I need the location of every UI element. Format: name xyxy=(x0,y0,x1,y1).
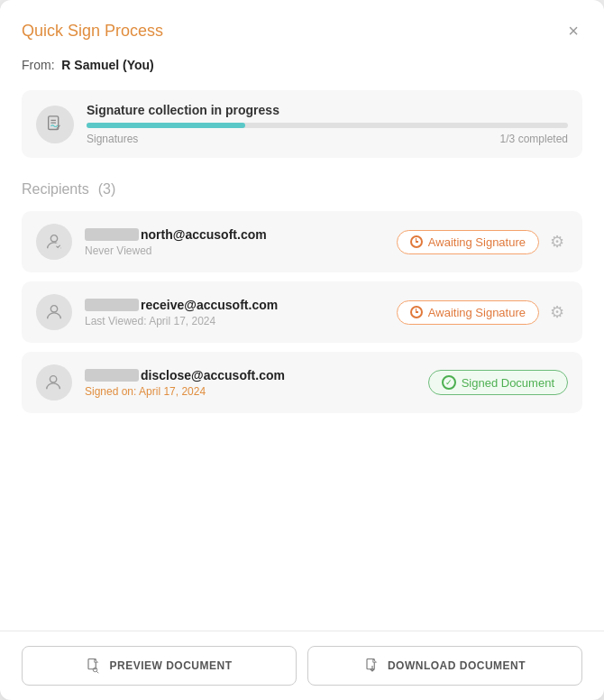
modal-title: Quick Sign Process xyxy=(22,22,163,41)
progress-bar-label: Signatures xyxy=(87,133,138,145)
recipient-email-row: receive@accusoft.com xyxy=(85,298,384,312)
recipients-list: north@accusoft.com Never Viewed Awaiting… xyxy=(22,211,582,413)
recipient-sub-signed: Signed on: April 17, 2024 xyxy=(85,385,416,398)
close-button[interactable]: × xyxy=(564,18,582,43)
recipients-count: (3) xyxy=(98,181,116,197)
progress-meta: Signatures 1/3 completed xyxy=(87,133,568,145)
gear-button[interactable]: ⚙ xyxy=(546,230,568,253)
doc-sign-icon xyxy=(45,115,65,134)
svg-point-4 xyxy=(50,235,57,242)
recipient-sub: Never Viewed xyxy=(85,244,384,257)
recipient-email-row: north@accusoft.com xyxy=(85,227,384,242)
recipient-card: north@accusoft.com Never Viewed Awaiting… xyxy=(22,211,582,272)
recipient-actions: Awaiting Signature ⚙ xyxy=(397,300,568,325)
download-document-button[interactable]: DOWNLOAD DOCUMENT xyxy=(307,646,582,686)
recipient-email-row: disclose@accusoft.com xyxy=(85,368,416,382)
svg-point-5 xyxy=(55,243,61,249)
recipient-info: disclose@accusoft.com Signed on: April 1… xyxy=(85,368,416,398)
user-check-icon xyxy=(44,373,64,392)
svg-point-7 xyxy=(50,376,56,382)
progress-content: Signature collection in progress Signatu… xyxy=(87,103,568,145)
from-name: R Samuel (You) xyxy=(61,58,153,72)
recipient-avatar xyxy=(36,294,72,330)
svg-point-9 xyxy=(94,668,98,672)
recipient-email: receive@accusoft.com xyxy=(141,298,278,312)
recipient-sub: Last Viewed: April 17, 2024 xyxy=(85,315,384,327)
signature-collect-icon xyxy=(36,106,74,143)
title-suffix: Process xyxy=(100,22,163,40)
progress-bar-fill xyxy=(87,123,245,128)
progress-completed-text: 1/3 completed xyxy=(500,133,568,145)
recipient-email: north@accusoft.com xyxy=(141,227,267,242)
title-highlight: Sign xyxy=(68,22,100,40)
progress-bar-wrap xyxy=(87,123,568,128)
user-icon xyxy=(44,232,64,252)
recipient-avatar xyxy=(36,224,72,260)
clock-icon xyxy=(410,235,423,248)
email-blur xyxy=(85,299,139,311)
gear-button[interactable]: ⚙ xyxy=(546,300,568,324)
check-circle-icon xyxy=(442,375,456,390)
preview-icon xyxy=(86,658,102,674)
recipient-card: receive@accusoft.com Last Viewed: April … xyxy=(22,281,582,343)
user-icon xyxy=(44,302,64,322)
recipients-section-title: Recipients (3) xyxy=(22,180,582,198)
recipient-card: disclose@accusoft.com Signed on: April 1… xyxy=(22,352,582,413)
email-blur xyxy=(85,228,139,241)
modal-footer: PREVIEW DOCUMENT DOWNLOAD DOCUMENT xyxy=(0,631,604,700)
recipient-email: disclose@accusoft.com xyxy=(141,368,285,382)
download-label: DOWNLOAD DOCUMENT xyxy=(388,659,526,672)
download-icon xyxy=(364,658,380,674)
email-blur xyxy=(85,369,139,382)
progress-title: Signature collection in progress xyxy=(87,103,568,117)
from-label: From: xyxy=(22,58,55,72)
recipient-info: north@accusoft.com Never Viewed xyxy=(85,227,384,257)
from-row: From: R Samuel (You) xyxy=(22,58,582,72)
clock-icon xyxy=(410,306,423,318)
modal-header: Quick Sign Process × xyxy=(0,0,604,58)
modal-body: From: R Samuel (You) Signature collectio… xyxy=(0,58,604,631)
recipient-actions: Awaiting Signature ⚙ xyxy=(397,230,568,254)
progress-section: Signature collection in progress Signatu… xyxy=(22,90,582,158)
preview-document-button[interactable]: PREVIEW DOCUMENT xyxy=(22,646,297,686)
recipient-avatar xyxy=(36,364,72,401)
recipient-actions: Signed Document xyxy=(428,370,568,395)
svg-point-6 xyxy=(50,306,57,312)
preview-label: PREVIEW DOCUMENT xyxy=(109,659,232,672)
recipient-info: receive@accusoft.com Last Viewed: April … xyxy=(85,298,384,327)
svg-line-10 xyxy=(97,671,99,673)
awaiting-signature-badge: Awaiting Signature xyxy=(397,300,539,325)
signed-document-badge: Signed Document xyxy=(428,370,568,395)
quick-sign-modal: Quick Sign Process × From: R Samuel (You… xyxy=(0,0,604,700)
awaiting-signature-badge: Awaiting Signature xyxy=(397,230,539,254)
title-prefix: Quick xyxy=(22,22,68,40)
